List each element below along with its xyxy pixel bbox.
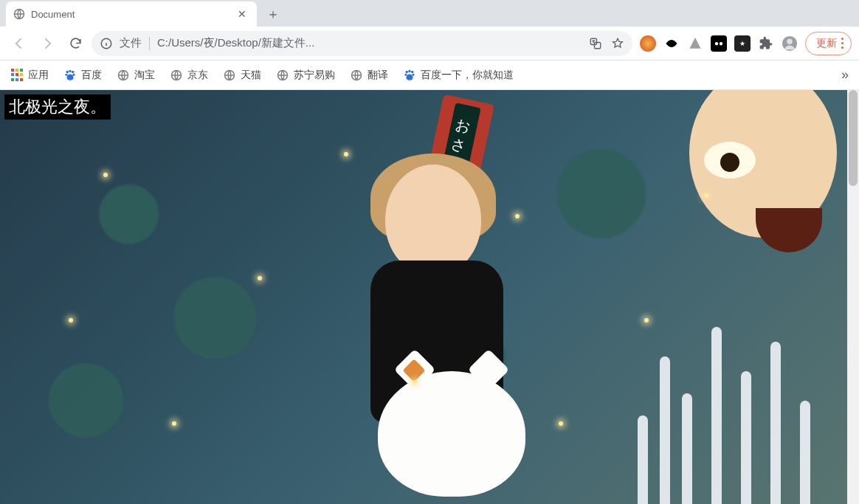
bookmark-star-icon[interactable]: [609, 35, 627, 52]
new-tab-button[interactable]: ＋: [263, 4, 283, 24]
globe-icon: [223, 69, 236, 82]
globe-icon: [276, 69, 289, 82]
cat-illustration: [378, 371, 525, 497]
tab-strip: Document ✕ ＋: [0, 0, 859, 27]
globe-icon: [170, 69, 183, 82]
extension-icon-2[interactable]: [663, 35, 680, 52]
bookmark-item-suning[interactable]: 苏宁易购: [276, 69, 335, 82]
bookmark-item-baidu[interactable]: 百度: [63, 69, 102, 82]
bookmark-item-translate[interactable]: 翻译: [350, 69, 388, 82]
viewport: 北极光之夜。 おさけ: [0, 90, 859, 504]
apps-shortcut[interactable]: 应用: [10, 69, 49, 82]
svg-point-21: [404, 73, 407, 75]
svg-point-10: [72, 70, 74, 72]
paw-icon: [403, 69, 416, 82]
extension-icon-3[interactable]: [687, 35, 703, 52]
apps-label: 应用: [28, 69, 49, 82]
bookmark-item-jd[interactable]: 京东: [170, 69, 208, 82]
page-watermark: 北极光之夜。: [4, 94, 111, 120]
extension-icon-5[interactable]: ★: [734, 35, 751, 52]
bookmarks-bar: 应用 百度 淘宝 京东 天猫 苏宁易购 翻译: [0, 61, 859, 90]
bookmark-item-tmall[interactable]: 天猫: [223, 69, 261, 82]
address-bar[interactable]: 文件 C:/Users/夜/Desktop/新建文件...: [92, 31, 632, 56]
globe-icon: [13, 8, 25, 20]
bookmark-label: 百度: [81, 69, 102, 82]
bookmark-label: 苏宁易购: [294, 69, 335, 82]
paw-icon: [63, 69, 77, 82]
bookmark-label: 淘宝: [134, 69, 155, 82]
bookmark-label: 翻译: [368, 69, 388, 82]
url-text: C:/Users/夜/Desktop/新建文件...: [157, 36, 582, 50]
svg-point-20: [411, 70, 413, 72]
forward-button[interactable]: [35, 32, 59, 55]
extension-icon-1[interactable]: [640, 35, 656, 52]
bookmark-label: 京东: [187, 69, 208, 82]
extension-icons: ●● ★: [637, 35, 801, 52]
bookmark-item-taobao[interactable]: 淘宝: [117, 69, 155, 82]
svg-point-18: [406, 70, 408, 72]
tab-title: Document: [31, 9, 235, 20]
update-label: 更新: [816, 37, 837, 50]
url-scheme-label: 文件: [120, 36, 142, 50]
reload-button[interactable]: [63, 32, 87, 55]
main-character-illustration: [326, 165, 518, 430]
translate-icon[interactable]: [587, 35, 604, 52]
svg-point-12: [72, 73, 75, 75]
svg-point-7: [787, 38, 792, 44]
bald-character-illustration: [675, 90, 859, 326]
menu-dots-icon: [841, 38, 844, 49]
update-button[interactable]: 更新: [805, 32, 852, 55]
apps-grid-icon: [10, 69, 24, 82]
toolbar: 文件 C:/Users/夜/Desktop/新建文件... ●● ★ 更新: [0, 27, 859, 61]
scrollbar-thumb[interactable]: [849, 90, 858, 186]
separator: [149, 37, 150, 50]
close-tab-icon[interactable]: ✕: [235, 7, 249, 21]
globe-icon: [117, 69, 130, 82]
white-grass-decoration: [630, 312, 837, 504]
globe-icon: [350, 69, 363, 82]
svg-rect-5: [595, 42, 601, 48]
site-info-icon[interactable]: [97, 35, 115, 52]
back-button[interactable]: [7, 32, 31, 55]
svg-point-8: [66, 70, 69, 72]
bookmark-label: 百度一下，你就知道: [421, 69, 514, 82]
profile-avatar-icon[interactable]: [782, 35, 798, 52]
page-background: 北极光之夜。 おさけ: [0, 90, 859, 504]
svg-point-22: [412, 73, 414, 75]
bookmarks-overflow-icon[interactable]: »: [841, 67, 849, 83]
svg-point-9: [69, 69, 71, 72]
browser-tab[interactable]: Document ✕: [6, 1, 257, 27]
extension-icon-4[interactable]: ●●: [711, 35, 727, 52]
extensions-puzzle-icon[interactable]: [758, 35, 774, 52]
bookmark-label: 天猫: [241, 69, 261, 82]
bookmark-item-baidu-full[interactable]: 百度一下，你就知道: [403, 69, 514, 82]
svg-point-19: [408, 69, 410, 72]
svg-point-11: [65, 73, 67, 75]
vertical-scrollbar[interactable]: [847, 90, 859, 504]
